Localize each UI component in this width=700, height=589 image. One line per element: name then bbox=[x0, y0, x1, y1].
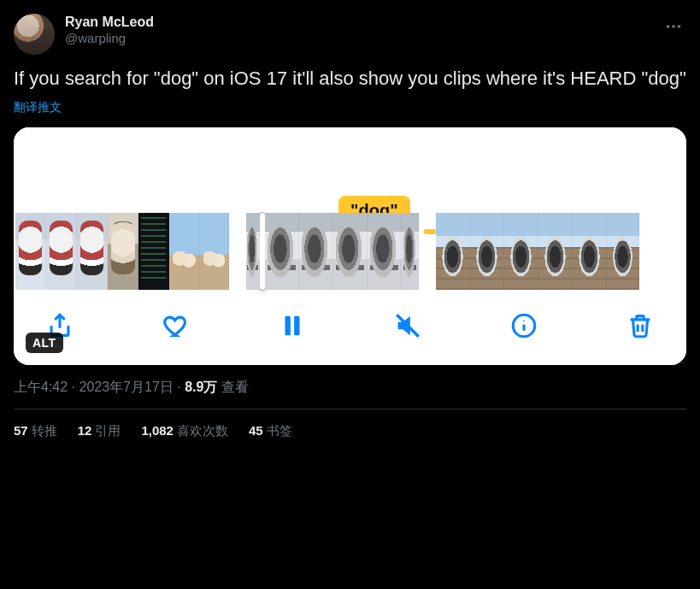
frame bbox=[436, 213, 470, 290]
info-icon bbox=[509, 311, 538, 340]
svg-rect-4 bbox=[294, 315, 299, 335]
tweet-time[interactable]: 上午4:42 bbox=[14, 380, 68, 394]
frame bbox=[138, 213, 169, 290]
frame bbox=[246, 213, 260, 290]
retweets-stat[interactable]: 57转推 bbox=[14, 423, 57, 439]
bookmarks-label: 书签 bbox=[267, 423, 292, 438]
frame bbox=[265, 213, 299, 290]
likes-label: 喜欢次数 bbox=[177, 423, 228, 438]
more-button[interactable] bbox=[661, 14, 686, 39]
quotes-label: 引用 bbox=[95, 423, 121, 438]
like-button[interactable] bbox=[159, 309, 193, 343]
translate-link[interactable]: 翻译推文 bbox=[14, 100, 686, 115]
delete-button[interactable] bbox=[623, 309, 657, 343]
clip-3[interactable] bbox=[436, 213, 639, 290]
tweet-media[interactable]: "dog" bbox=[14, 127, 686, 365]
retweets-label: 转推 bbox=[32, 423, 57, 438]
frame bbox=[607, 213, 639, 290]
likes-count: 1,082 bbox=[141, 423, 174, 438]
frame bbox=[504, 213, 538, 290]
display-name: Ryan McLeod bbox=[65, 14, 154, 31]
frame bbox=[368, 213, 402, 290]
mute-button[interactable] bbox=[391, 309, 425, 343]
frame bbox=[333, 213, 368, 290]
frame bbox=[538, 213, 573, 290]
author-names[interactable]: Ryan McLeod @warpling bbox=[65, 14, 154, 47]
views-label: 查看 bbox=[221, 380, 249, 394]
trash-icon bbox=[626, 311, 655, 340]
tweet-text: If you search for "dog" on iOS 17 it'll … bbox=[14, 67, 686, 91]
frame bbox=[470, 213, 504, 290]
caption-marker bbox=[424, 229, 436, 234]
tweet-date[interactable]: 2023年7月17日 bbox=[79, 380, 173, 394]
heart-icon bbox=[162, 311, 191, 340]
alt-badge[interactable]: ALT bbox=[26, 333, 63, 353]
frame bbox=[108, 213, 138, 290]
frame bbox=[15, 213, 46, 290]
likes-stat[interactable]: 1,082喜欢次数 bbox=[141, 423, 228, 439]
frame bbox=[402, 213, 419, 290]
tweet-meta: 上午4:42 · 2023年7月17日 · 8.9万 查看 bbox=[14, 379, 686, 397]
svg-point-1 bbox=[672, 25, 675, 28]
frame bbox=[299, 213, 333, 290]
clip-2[interactable] bbox=[246, 213, 419, 290]
frame bbox=[77, 213, 108, 290]
tweet-stats: 57转推 12引用 1,082喜欢次数 45书签 bbox=[14, 409, 686, 439]
svg-rect-3 bbox=[285, 315, 290, 335]
svg-point-2 bbox=[678, 25, 681, 28]
info-button[interactable] bbox=[507, 309, 541, 343]
tweet-header: Ryan McLeod @warpling bbox=[14, 14, 686, 55]
clip-1[interactable] bbox=[15, 213, 229, 290]
frame bbox=[200, 213, 229, 290]
tweet: Ryan McLeod @warpling If you search for … bbox=[0, 0, 700, 439]
frame bbox=[46, 213, 77, 290]
timeline-strip bbox=[14, 213, 686, 290]
more-icon bbox=[664, 17, 683, 36]
views-count: 8.9万 bbox=[185, 380, 217, 394]
pause-button[interactable] bbox=[275, 309, 309, 343]
quotes-count: 12 bbox=[78, 423, 92, 438]
bookmarks-count: 45 bbox=[249, 423, 263, 438]
bookmarks-stat[interactable]: 45书签 bbox=[249, 423, 292, 439]
retweets-count: 57 bbox=[14, 423, 28, 438]
avatar[interactable] bbox=[14, 14, 55, 55]
handle: @warpling bbox=[65, 31, 154, 47]
frame bbox=[573, 213, 607, 290]
quotes-stat[interactable]: 12引用 bbox=[78, 423, 121, 439]
svg-point-0 bbox=[667, 25, 670, 28]
speaker-muted-icon bbox=[393, 311, 422, 340]
svg-point-8 bbox=[523, 320, 525, 321]
pause-icon bbox=[278, 311, 307, 340]
frame bbox=[169, 213, 200, 290]
media-toolbar bbox=[14, 290, 686, 365]
